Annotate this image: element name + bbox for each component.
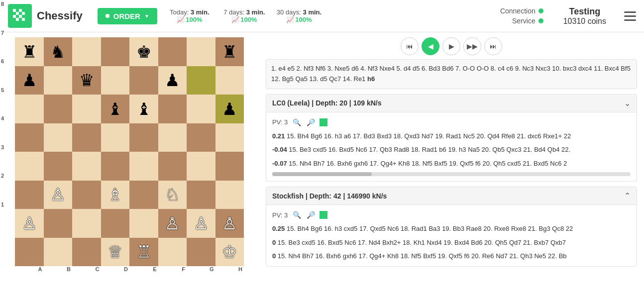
zoom-out-icon[interactable]: 🔎 bbox=[306, 117, 316, 127]
board-cell[interactable]: ♝ bbox=[129, 95, 158, 123]
order-button[interactable]: ORDER ▼ bbox=[98, 8, 157, 24]
board-cell[interactable] bbox=[44, 152, 73, 181]
connection-dot bbox=[538, 8, 543, 13]
engine-lc0-scrollbar[interactable] bbox=[266, 170, 637, 178]
board-cell[interactable] bbox=[187, 66, 215, 95]
board-cell[interactable] bbox=[72, 152, 101, 181]
board-cell[interactable] bbox=[129, 66, 158, 95]
board-cell[interactable] bbox=[187, 37, 215, 66]
board-cell[interactable] bbox=[101, 123, 130, 152]
board-cell[interactable] bbox=[72, 181, 101, 209]
board-cell[interactable] bbox=[158, 152, 187, 181]
board-cell[interactable]: ♙ bbox=[44, 181, 73, 209]
board-cell[interactable] bbox=[72, 123, 101, 152]
board-cell[interactable] bbox=[215, 181, 244, 209]
svg-rect-7 bbox=[19, 12, 22, 15]
board-cell[interactable] bbox=[129, 123, 158, 152]
board-cell[interactable]: ♟ bbox=[215, 95, 244, 123]
board-cell[interactable] bbox=[187, 238, 215, 267]
board-cell[interactable] bbox=[158, 37, 187, 66]
board-cell[interactable] bbox=[187, 152, 215, 181]
board-cell[interactable]: ♝ bbox=[101, 95, 130, 123]
board-cell[interactable]: ♞ bbox=[44, 37, 73, 66]
header: Chessify ORDER ▼ Today: 3 min. 📈100% 7 d… bbox=[0, 0, 644, 32]
board-cell[interactable] bbox=[101, 66, 130, 95]
nav-last[interactable]: ⏭ bbox=[484, 37, 502, 55]
board-cell[interactable] bbox=[158, 123, 187, 152]
rank-5: 5 bbox=[0, 86, 10, 115]
board-cell[interactable] bbox=[15, 238, 44, 267]
board-cell[interactable]: ♛ bbox=[72, 66, 101, 95]
board-cell[interactable]: ♙ bbox=[158, 209, 187, 238]
board-cell[interactable]: ♗ bbox=[101, 181, 130, 209]
engine-lc0-body: PV: 3 🔍 🔎 0.21 15. Bh4 Bg6 16. h3 a6 17.… bbox=[266, 112, 637, 182]
connection-label: Connection bbox=[500, 7, 536, 15]
main-content: 8 7 6 5 4 3 2 1 ♜♞♚♜♟♛♟♝♝♟♙♗♘♙♙♙♙♕♖♔ A B… bbox=[0, 32, 644, 299]
testing-area: Testing 10310 coins bbox=[563, 6, 606, 26]
board-cell[interactable] bbox=[129, 152, 158, 181]
board-cell[interactable] bbox=[215, 66, 244, 95]
board-cell[interactable] bbox=[187, 123, 215, 152]
board-cell[interactable] bbox=[129, 181, 158, 209]
board-cell[interactable] bbox=[15, 152, 44, 181]
board-cell[interactable]: ♖ bbox=[129, 238, 158, 267]
board-cell[interactable] bbox=[187, 181, 215, 209]
board-cell[interactable]: ♕ bbox=[101, 238, 130, 267]
board-cell[interactable] bbox=[129, 209, 158, 238]
engine-sf-toggle[interactable]: ⌃ bbox=[624, 191, 631, 200]
board-cell[interactable] bbox=[15, 181, 44, 209]
nav-next[interactable]: ▶ bbox=[442, 37, 460, 55]
nav-first[interactable]: ⏮ bbox=[401, 37, 419, 55]
svg-rect-1 bbox=[13, 9, 16, 12]
sf-zoom-out-icon[interactable]: 🔎 bbox=[306, 210, 316, 220]
file-h: H bbox=[215, 266, 244, 272]
board-cell[interactable]: ♙ bbox=[215, 209, 244, 238]
board-cell[interactable] bbox=[158, 95, 187, 123]
board-cell[interactable] bbox=[72, 37, 101, 66]
board-cell[interactable] bbox=[158, 238, 187, 267]
file-e: E bbox=[129, 266, 158, 272]
board-cell[interactable] bbox=[44, 209, 73, 238]
board-cell[interactable] bbox=[72, 95, 101, 123]
chess-board[interactable]: ♜♞♚♜♟♛♟♝♝♟♙♗♘♙♙♙♙♕♖♔ bbox=[15, 37, 244, 266]
board-cell[interactable]: ♟ bbox=[158, 66, 187, 95]
board-cell[interactable]: ♙ bbox=[187, 209, 215, 238]
hamburger-menu[interactable] bbox=[624, 11, 636, 21]
board-cell[interactable] bbox=[215, 123, 244, 152]
board-cell[interactable] bbox=[215, 152, 244, 181]
zoom-in-icon[interactable]: 🔍 bbox=[292, 117, 302, 127]
sf-zoom-in-icon[interactable]: 🔍 bbox=[292, 210, 302, 220]
board-cell[interactable] bbox=[101, 152, 130, 181]
board-cell[interactable] bbox=[72, 209, 101, 238]
engine-lc0-line-3: -0.07 15. Nh4 Bh7 16. Bxh6 gxh6 17. Qg4+… bbox=[266, 157, 637, 171]
board-cell[interactable] bbox=[44, 66, 73, 95]
svg-rect-10 bbox=[16, 15, 19, 18]
board-cell[interactable]: ♙ bbox=[15, 209, 44, 238]
file-labels: A B C D E F G H bbox=[15, 266, 244, 272]
engine-sf-line-2: 0 15. Be3 cxd5 16. Bxd5 Nc6 17. Nd4 Bxh2… bbox=[266, 236, 637, 250]
logo-icon bbox=[8, 4, 32, 28]
board-cell[interactable] bbox=[187, 95, 215, 123]
board-cell[interactable] bbox=[72, 238, 101, 267]
board-cell[interactable] bbox=[44, 95, 73, 123]
board-cell[interactable] bbox=[101, 209, 130, 238]
engine-lc0-color[interactable] bbox=[320, 118, 327, 126]
nav-forward[interactable]: ▶▶ bbox=[463, 37, 481, 55]
board-cell[interactable]: ♚ bbox=[129, 37, 158, 66]
engine-sf-line-1: 0.25 15. Bh4 Bg6 16. h3 cxd5 17. Qxd5 Nc… bbox=[266, 222, 637, 236]
board-cell[interactable] bbox=[44, 123, 73, 152]
svg-rect-15 bbox=[19, 18, 22, 21]
engine-lc0-toggle[interactable]: ⌄ bbox=[624, 99, 631, 108]
board-cell[interactable]: ♘ bbox=[158, 181, 187, 209]
board-cell[interactable]: ♜ bbox=[215, 37, 244, 66]
board-cell[interactable] bbox=[44, 238, 73, 267]
engine-sf-color[interactable] bbox=[320, 211, 327, 219]
board-cell[interactable]: ♜ bbox=[15, 37, 44, 66]
nav-prev[interactable]: ◀ bbox=[422, 37, 439, 55]
board-cell[interactable]: ♟ bbox=[15, 66, 44, 95]
board-cell[interactable]: ♔ bbox=[215, 238, 244, 267]
board-cell[interactable] bbox=[15, 123, 44, 152]
rank-4: 4 bbox=[0, 114, 10, 143]
board-cell[interactable] bbox=[101, 37, 130, 66]
board-cell[interactable] bbox=[15, 95, 44, 123]
